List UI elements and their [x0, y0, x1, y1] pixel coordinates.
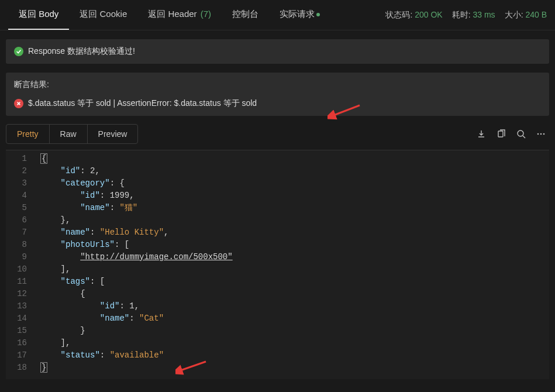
code-token: } [80, 326, 85, 335]
code-token: "photoUrls" [61, 240, 115, 249]
code-token: : [ [115, 240, 129, 249]
x-circle-icon [14, 99, 23, 108]
code-lines: { "id": 2, "category": { "id": 1999, "na… [35, 150, 233, 379]
time-label: 耗时: [452, 10, 471, 19]
code-token: : { [110, 178, 125, 188]
svg-point-3 [540, 133, 542, 135]
code-token: "id" [61, 166, 81, 176]
code-token: : 1999, [100, 191, 135, 200]
code-token: } [40, 362, 47, 373]
code-token: { [80, 289, 85, 298]
code-token: : 2, [80, 166, 100, 176]
elapsed-time: 耗时: 33 ms [452, 10, 495, 20]
tab-actual-request[interactable]: 实际请求 [269, 0, 330, 30]
code-token: "id" [100, 301, 120, 311]
code-token: "tags" [61, 277, 90, 286]
size-label: 大小: [505, 10, 523, 19]
validation-panel: Response 数据结构校验通过! [6, 39, 549, 64]
status-value: 200 OK [415, 10, 442, 19]
tab-cookie[interactable]: 返回 Cookie [69, 0, 137, 30]
code-token: : [ [90, 277, 105, 286]
response-topbar: 返回 Body 返回 Cookie 返回 Header (7) 控制台 实际请求… [0, 0, 555, 30]
view-pretty-button[interactable]: Pretty [6, 125, 50, 143]
code-token: ], [61, 264, 71, 274]
status-label: 状态码: [385, 10, 412, 19]
code-token: "id" [80, 191, 100, 200]
code-token: "Cat" [139, 314, 164, 323]
assertion-panel: 断言结果: $.data.status 等于 sold | AssertionE… [6, 73, 549, 116]
code-token: "available" [110, 350, 164, 360]
time-value: 33 ms [473, 10, 495, 19]
code-token: "name" [61, 228, 90, 237]
code-token: "Hello Kitty" [100, 228, 164, 237]
assertion-title: 断言结果: [14, 80, 541, 90]
dot-indicator-icon [316, 13, 320, 16]
code-token: }, [61, 215, 71, 225]
code-token: ], [61, 338, 71, 348]
code-editor[interactable]: 123456789101112131415161718 { "id": 2, "… [6, 150, 549, 379]
view-preview-button[interactable]: Preview [88, 125, 138, 143]
response-size: 大小: 240 B [505, 10, 547, 20]
code-token: "status" [61, 350, 100, 360]
code-token: { [40, 153, 47, 164]
tab-actual-label: 实际请求 [280, 9, 315, 19]
code-token: : 1, [119, 301, 139, 311]
tab-console[interactable]: 控制台 [222, 0, 269, 30]
line-gutter: 123456789101112131415161718 [6, 150, 35, 379]
tab-header[interactable]: 返回 Header (7) [137, 0, 222, 30]
response-stats: 状态码: 200 OK 耗时: 33 ms 大小: 240 B [385, 10, 547, 20]
view-raw-button[interactable]: Raw [50, 125, 88, 143]
code-token: "猫" [119, 203, 137, 212]
download-icon[interactable] [477, 129, 486, 139]
body-toolbar: Pretty Raw Preview [6, 124, 549, 144]
check-circle-icon [14, 47, 23, 56]
size-value: 240 B [525, 10, 547, 19]
validation-message: Response 数据结构校验通过! [28, 46, 135, 57]
toolbar-icons [477, 129, 549, 139]
code-url-token[interactable]: "http://dummyimage.com/500x500" [80, 252, 232, 262]
code-token: "name" [100, 314, 129, 323]
response-tabs: 返回 Body 返回 Cookie 返回 Header (7) 控制台 实际请求 [8, 0, 330, 30]
tab-body[interactable]: 返回 Body [8, 0, 69, 30]
search-icon[interactable] [516, 129, 526, 139]
status-code: 状态码: 200 OK [385, 10, 442, 20]
svg-point-2 [537, 133, 539, 135]
svg-point-1 [518, 130, 523, 136]
svg-rect-0 [498, 131, 503, 137]
view-mode-buttons: Pretty Raw Preview [6, 124, 138, 144]
code-token: "name" [80, 203, 109, 212]
code-token: "category" [61, 178, 110, 188]
tab-header-label: 返回 Header [148, 9, 197, 19]
more-icon[interactable] [536, 129, 546, 139]
copy-icon[interactable] [497, 129, 506, 139]
svg-point-4 [543, 133, 545, 135]
tab-header-count: (7) [201, 9, 211, 19]
assertion-message: $.data.status 等于 sold | AssertionError: … [28, 98, 257, 109]
